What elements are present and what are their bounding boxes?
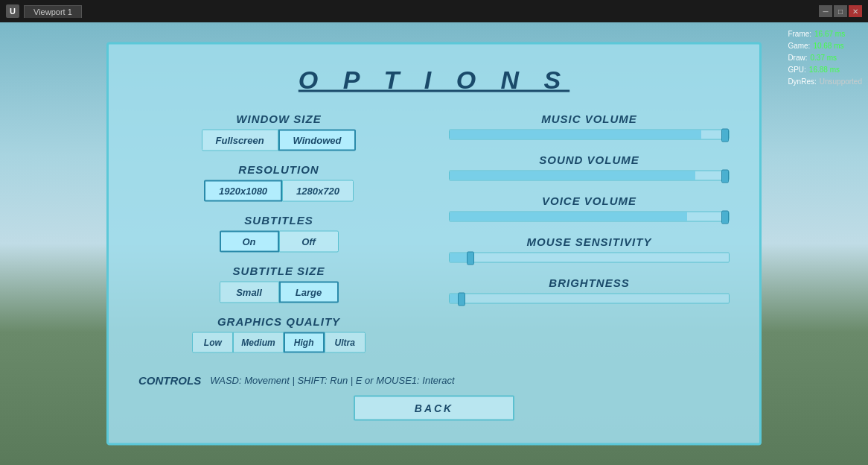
- voice-volume-section: VOICE VOLUME: [449, 194, 730, 222]
- gpu-label: GPU:: [788, 64, 805, 76]
- options-title: O P T I O N S: [138, 66, 730, 95]
- options-right: MUSIC VOLUME SOUND VOLUME VO: [434, 113, 730, 365]
- sound-volume-section: SOUND VOLUME: [449, 154, 730, 181]
- frame-value: 16.67 ms: [814, 28, 845, 40]
- music-volume-label: MUSIC VOLUME: [449, 113, 730, 125]
- dynres-value: Unsupported: [820, 76, 862, 88]
- quality-low-button[interactable]: Low: [192, 332, 233, 353]
- game-label: Game:: [788, 40, 810, 52]
- window-size-label: WINDOW SIZE: [138, 113, 419, 125]
- mouse-sensitivity-thumb[interactable]: [467, 252, 474, 265]
- mouse-sensitivity-label: MOUSE SENSITIVITY: [449, 235, 730, 248]
- sound-volume-slider[interactable]: [449, 171, 730, 181]
- fullscreen-button[interactable]: Fullscreen: [202, 130, 278, 151]
- controls-text: WASD: Movement | SHIFT: Run | E or MOUSE…: [210, 375, 454, 386]
- graphics-quality-group: Low Medium High Ultra: [138, 332, 419, 353]
- controls-section: CONTROLS WASD: Movement | SHIFT: Run | E…: [138, 374, 730, 387]
- subtitle-large-button[interactable]: Large: [279, 282, 339, 303]
- subtitle-size-label: SUBTITLE SIZE: [138, 265, 419, 277]
- brightness-thumb[interactable]: [458, 293, 465, 306]
- windowed-button[interactable]: Windowed: [278, 130, 357, 151]
- brightness-slider[interactable]: [449, 294, 730, 304]
- controls-label: CONTROLS: [138, 374, 201, 387]
- subtitles-group: On Off: [138, 231, 419, 253]
- dynres-label: DynRes:: [788, 76, 816, 88]
- subtitles-off-button[interactable]: Off: [279, 231, 339, 253]
- subtitles-label: SUBTITLES: [138, 214, 419, 227]
- stat-frame-row: Frame: 16.67 ms: [788, 28, 862, 40]
- window-size-group: Fullscreen Windowed: [138, 130, 419, 151]
- options-panel: O P T I O N S WINDOW SIZE Fullscreen Win…: [106, 42, 762, 446]
- restore-button[interactable]: □: [834, 5, 847, 17]
- options-left: WINDOW SIZE Fullscreen Windowed RESOLUTI…: [138, 113, 419, 365]
- quality-medium-button[interactable]: Medium: [233, 332, 283, 353]
- stat-game-row: Game: 10.68 ms: [788, 40, 862, 52]
- ue-logo-icon: U: [6, 4, 19, 18]
- voice-volume-slider[interactable]: [449, 212, 730, 222]
- brightness-label: BRIGHTNESS: [449, 276, 730, 289]
- mouse-sensitivity-section: MOUSE SENSITIVITY: [449, 235, 730, 263]
- resolution-label: RESOLUTION: [138, 163, 419, 176]
- voice-volume-label: VOICE VOLUME: [449, 194, 730, 207]
- frame-label: Frame:: [788, 28, 811, 40]
- voice-volume-thumb[interactable]: [721, 211, 729, 224]
- viewport-tab[interactable]: Viewport 1: [24, 5, 82, 18]
- brightness-section: BRIGHTNESS: [449, 276, 730, 304]
- stat-draw-row: Draw: 0.37 ms: [788, 52, 862, 64]
- quality-high-button[interactable]: High: [284, 332, 325, 353]
- quality-ultra-button[interactable]: Ultra: [325, 332, 366, 353]
- sound-volume-fill: [450, 171, 695, 180]
- subtitles-on-button[interactable]: On: [220, 231, 279, 253]
- music-volume-slider[interactable]: [449, 130, 730, 140]
- resolution-1920-button[interactable]: 1920x1080: [204, 180, 282, 202]
- stat-dynres-row: DynRes: Unsupported: [788, 76, 862, 88]
- options-body: WINDOW SIZE Fullscreen Windowed RESOLUTI…: [138, 113, 730, 365]
- resolution-1280-button[interactable]: 1280x720: [282, 180, 354, 202]
- resolution-group: 1920x1080 1280x720: [138, 180, 419, 202]
- voice-volume-fill: [450, 212, 687, 221]
- draw-value: 0.37 ms: [811, 52, 837, 64]
- sound-volume-label: SOUND VOLUME: [449, 154, 730, 166]
- sound-volume-thumb[interactable]: [721, 170, 729, 183]
- back-button-wrap: BACK: [138, 396, 730, 421]
- draw-label: Draw:: [788, 52, 807, 64]
- stat-gpu-row: GPU: 16.88 ms: [788, 64, 862, 76]
- close-button[interactable]: ✕: [849, 5, 862, 17]
- viewport: Frame: 16.67 ms Game: 10.68 ms Draw: 0.3…: [0, 22, 868, 465]
- titlebar: U Viewport 1 ─ □ ✕: [0, 0, 868, 22]
- back-button[interactable]: BACK: [354, 396, 514, 421]
- subtitle-small-button[interactable]: Small: [220, 282, 279, 303]
- music-volume-fill: [450, 130, 701, 139]
- titlebar-controls: ─ □ ✕: [819, 5, 862, 17]
- gpu-value: 16.88 ms: [809, 64, 840, 76]
- graphics-quality-label: GRAPHICS QUALITY: [138, 315, 419, 328]
- mouse-sensitivity-slider[interactable]: [449, 253, 730, 263]
- game-value: 10.68 ms: [813, 40, 843, 52]
- music-volume-section: MUSIC VOLUME: [449, 113, 730, 140]
- titlebar-left: U Viewport 1: [6, 4, 82, 18]
- minimize-button[interactable]: ─: [819, 5, 832, 17]
- subtitle-size-group: Small Large: [138, 282, 419, 303]
- stats-overlay: Frame: 16.67 ms Game: 10.68 ms Draw: 0.3…: [788, 28, 862, 88]
- music-volume-thumb[interactable]: [721, 129, 729, 142]
